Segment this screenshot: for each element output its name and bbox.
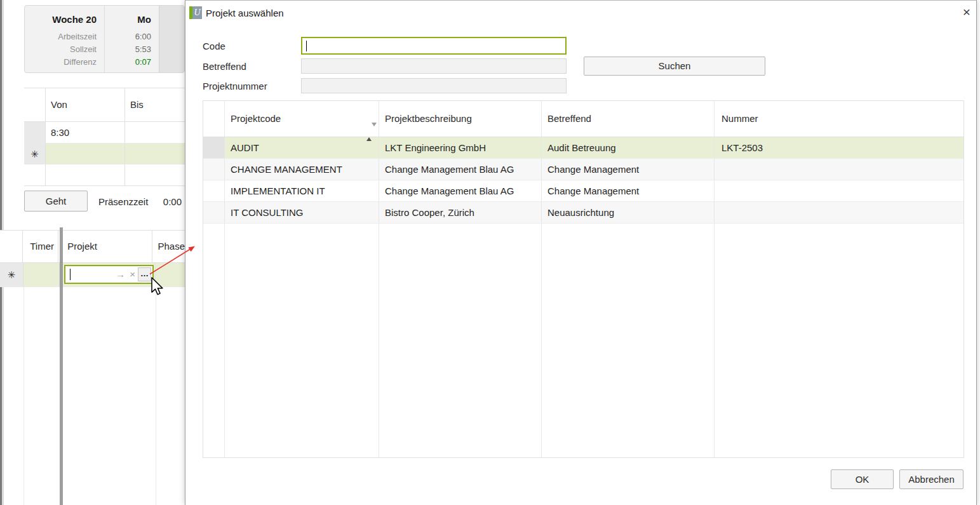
row-selector-cell[interactable] — [203, 159, 225, 180]
column-header-phase[interactable]: Phase — [152, 231, 185, 262]
geht-button[interactable]: Geht — [24, 191, 88, 212]
column-header-timer[interactable]: Timer — [23, 231, 58, 262]
table-row-implementation-it[interactable]: IMPLEMENTATION IT Change Management Blau… — [203, 180, 963, 202]
nummer-cell[interactable] — [715, 180, 963, 201]
betreffend-cell[interactable]: Audit Betreuung — [542, 137, 715, 158]
day-label: Mo — [105, 14, 151, 25]
ok-button[interactable]: OK — [831, 469, 894, 489]
column-header-von[interactable]: Von — [46, 88, 125, 121]
timer-table-header: Timer Projekt Phase — [0, 230, 185, 263]
column-header-betreffend[interactable]: Betreffend — [542, 101, 715, 137]
betreffend-cell[interactable]: Neuausrichtung — [542, 202, 715, 223]
row-selector-cell[interactable] — [203, 180, 225, 201]
table-empty-area — [203, 224, 963, 457]
open-picker-ellipsis-button[interactable]: … — [138, 267, 151, 281]
times-row[interactable]: 8:30 — [24, 122, 185, 144]
row-selector-cell[interactable] — [203, 137, 225, 158]
column-splitter[interactable] — [60, 227, 63, 505]
times-row-header-column — [24, 88, 46, 121]
bis-cell-empty[interactable] — [125, 165, 185, 185]
praesenzzeit-value: 0:00 — [156, 196, 182, 207]
praesenzzeit-label: Präsenzzeit — [98, 196, 148, 207]
projektbeschreibung-cell[interactable]: Change Management Blau AG — [379, 180, 542, 201]
arbeitszeit-value: 6:00 — [105, 32, 151, 41]
projektcode-header-label: Projektcode — [231, 113, 281, 124]
close-icon[interactable]: × — [958, 4, 976, 21]
row-header-cell[interactable] — [24, 165, 46, 185]
app-logo-icon: U — [189, 6, 202, 19]
nummer-cell[interactable] — [715, 202, 963, 223]
column-header-nummer[interactable]: Nummer — [715, 101, 963, 137]
nummer-cell[interactable] — [715, 159, 963, 180]
text-caret — [306, 41, 307, 51]
times-empty-row[interactable] — [24, 165, 185, 186]
von-cell-empty[interactable] — [46, 165, 125, 185]
row-header-cell[interactable] — [24, 122, 46, 143]
projekt-cell-editor[interactable]: → × … — [64, 265, 154, 284]
column-header-projektbeschreibung[interactable]: Projektbeschreibung — [379, 101, 542, 137]
sollzeit-value: 5:53 — [105, 44, 151, 54]
sollzeit-label: Sollzeit — [30, 44, 97, 54]
von-cell[interactable]: 8:30 — [46, 122, 125, 143]
betreffend-cell[interactable]: Change Management — [542, 159, 715, 180]
betreffend-input[interactable] — [301, 58, 567, 74]
column-header-projekt[interactable]: Projekt — [62, 231, 152, 262]
projektbeschreibung-cell[interactable]: Bistro Cooper, Zürich — [379, 202, 542, 223]
projekt-auswaehlen-dialog: U Projekt auswählen × Code Betreffend Pr… — [185, 0, 977, 505]
differenz-label: Differenz — [30, 57, 97, 67]
text-caret — [70, 269, 70, 280]
projektcode-cell[interactable]: IMPLEMENTATION IT — [225, 180, 379, 201]
arbeitszeit-label: Arbeitszeit — [30, 32, 97, 41]
betreffend-label: Betreffend — [203, 61, 246, 72]
table-row-audit[interactable]: AUDIT LKT Engineering GmbH Audit Betreuu… — [203, 137, 963, 159]
timer-row-header-column — [0, 231, 23, 262]
projektnummer-input[interactable] — [301, 78, 567, 93]
betreffend-cell[interactable]: Change Management — [542, 180, 715, 201]
column-header-bis[interactable]: Bis — [125, 88, 185, 121]
goto-arrow-icon[interactable]: → — [116, 266, 125, 283]
projektcode-cell[interactable]: CHANGE MANAGEMENT — [225, 159, 379, 180]
empty-cell — [225, 224, 379, 457]
differenz-value: 0:07 — [105, 57, 151, 67]
week-label: Woche 20 — [30, 14, 97, 25]
new-row-marker-icon: ✳︎ — [0, 263, 23, 286]
row-selector-cell[interactable] — [203, 202, 225, 223]
table-row-change-management[interactable]: CHANGE MANAGEMENT Change Management Blau… — [203, 159, 963, 180]
empty-cell — [203, 224, 225, 457]
projektcode-cell[interactable]: AUDIT — [225, 137, 379, 158]
von-cell-new[interactable] — [46, 144, 125, 164]
row-header-column — [203, 101, 225, 137]
empty-cell — [715, 224, 963, 457]
table-row-it-consulting[interactable]: IT CONSULTING Bistro Cooper, Zürich Neua… — [203, 202, 963, 224]
projektcode-cell[interactable]: IT CONSULTING — [225, 202, 379, 223]
dialog-title: Projekt auswählen — [206, 8, 284, 18]
empty-cell — [542, 224, 715, 457]
projektnummer-label: Projektnummer — [203, 81, 267, 91]
screen: Woche 20 Mo Arbeitszeit 6:00 Sollzeit 5:… — [0, 0, 980, 505]
empty-cell — [379, 224, 542, 457]
abbrechen-button[interactable]: Abbrechen — [899, 469, 963, 489]
bis-cell[interactable] — [125, 122, 185, 143]
next-day-column-sliver — [159, 6, 185, 73]
grid-line — [156, 287, 156, 505]
times-new-row[interactable]: ✳︎ — [24, 144, 185, 165]
timer-cell[interactable] — [23, 263, 60, 286]
logo-letter: U — [192, 6, 202, 19]
column-header-projektcode[interactable]: Projektcode — [225, 101, 379, 137]
phase-cell[interactable] — [156, 263, 185, 286]
week-summary-panel: Woche 20 Mo Arbeitszeit 6:00 Sollzeit 5:… — [24, 5, 185, 73]
projektbeschreibung-cell[interactable]: Change Management Blau AG — [379, 159, 542, 180]
summary-column-divider — [104, 6, 105, 73]
suchen-button[interactable]: Suchen — [584, 57, 765, 76]
times-table-header: Von Bis — [24, 88, 185, 122]
clear-icon[interactable]: × — [130, 266, 135, 283]
projektbeschreibung-cell[interactable]: LKT Engineering GmbH — [379, 137, 542, 158]
bis-cell-new[interactable] — [125, 144, 185, 164]
grid-line — [23, 287, 24, 505]
code-input[interactable] — [301, 37, 567, 55]
nummer-cell[interactable]: LKT-2503 — [715, 137, 963, 158]
code-label: Code — [203, 41, 225, 51]
project-table: Projektcode Projektbeschreibung Betreffe… — [203, 100, 964, 458]
new-row-marker-icon: ✳︎ — [24, 144, 46, 164]
project-table-header: Projektcode Projektbeschreibung Betreffe… — [203, 101, 963, 137]
